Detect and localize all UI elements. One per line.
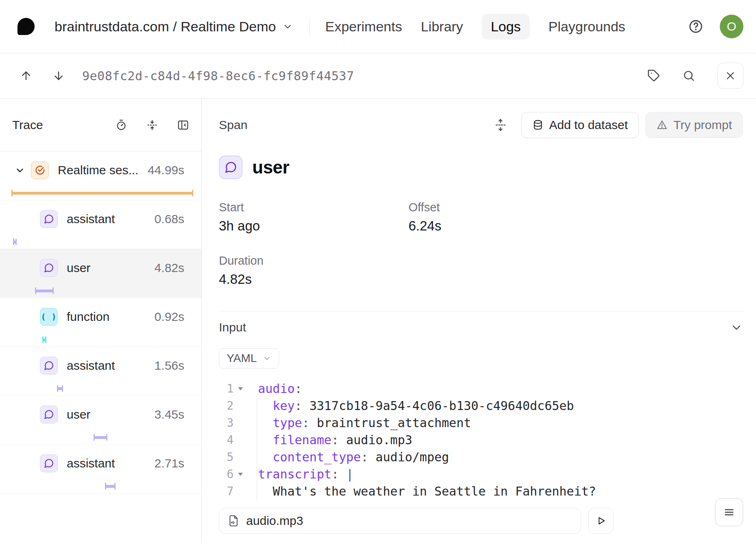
top-navigation-bar: braintrustdata.com / Realtime Demo Exper… [0, 0, 756, 53]
span-label: Realtime ses... [58, 163, 138, 177]
previous-trace-arrow-up-icon[interactable] [20, 69, 33, 82]
close-icon [724, 70, 736, 82]
span-duration: 2.71s [155, 456, 184, 470]
app-window: braintrustdata.com / Realtime Demo Exper… [0, 0, 756, 544]
nav-item-logs[interactable]: Logs [482, 14, 530, 39]
span-timeline-bar [105, 483, 116, 489]
line-number: 1 [219, 382, 234, 395]
span-duration: 44.99s [148, 163, 184, 177]
line-number: 4 [219, 433, 234, 447]
help-icon[interactable] [688, 19, 704, 34]
fold-chevron-icon[interactable] [234, 384, 247, 393]
code-line-text: filename: audio.mp3 [247, 433, 412, 447]
span-label: assistant [67, 212, 115, 226]
menu-button[interactable] [715, 498, 743, 526]
audio-attachment-chip[interactable]: audio.mp3 [219, 508, 581, 534]
yaml-code-viewer: 1 audio: 2 key: 3317cb18-9a54-4c06-b130-… [219, 380, 743, 500]
resize-vertical-icon[interactable] [494, 118, 507, 132]
try-prompt-button[interactable]: Try prompt [645, 112, 743, 138]
span-label: function [67, 310, 109, 324]
chat-bubble-icon [40, 357, 58, 375]
code-line-text: type: braintrust_attachment [247, 416, 471, 430]
trace-panel-actions [115, 119, 189, 131]
span-duration: 1.56s [155, 359, 184, 373]
chat-bubble-icon [40, 259, 58, 277]
search-icon[interactable] [682, 69, 695, 82]
project-breadcrumb-label: braintrustdata.com / Realtime Demo [55, 19, 276, 35]
input-section-title: Input [219, 320, 246, 334]
span-tree-row-user[interactable]: user 4.82s [0, 249, 201, 298]
play-audio-button[interactable] [588, 508, 614, 534]
indent-guide [257, 397, 257, 500]
format-select[interactable]: YAML [219, 348, 279, 369]
trace-sidebar: Trace [0, 99, 202, 543]
code-line-text: transcript: | [247, 467, 354, 481]
field-label: Offset [409, 200, 743, 214]
chevron-down-icon [282, 21, 293, 32]
code-line-text: key: 3317cb18-9a54-4c06-b130-c49640dc65e… [247, 399, 574, 413]
chat-bubble-icon [40, 454, 58, 472]
code-line: 3 type: braintrust_attachment [219, 414, 743, 431]
collapse-rows-icon[interactable] [146, 119, 158, 131]
span-panel-actions: Add to dataset Try prompt [494, 112, 743, 138]
span-timeline-bar [11, 190, 193, 196]
span-panel-header: Span Add to dataset Try prompt [219, 99, 743, 151]
span-tree-row-assistant[interactable]: assistant 1.56s [0, 347, 201, 396]
nav-item-experiments[interactable]: Experiments [325, 14, 402, 39]
span-detail-panel: Span Add to dataset Try prompt [202, 99, 756, 543]
span-tree-row-realtimeses[interactable]: Realtime ses... 44.99s [0, 151, 201, 200]
span-timeline-bar [42, 336, 46, 343]
collapse-panel-icon[interactable] [177, 119, 189, 131]
nav-item-playgrounds[interactable]: Playgrounds [548, 14, 625, 39]
database-icon [532, 119, 544, 131]
chat-bubble-icon [40, 210, 58, 228]
braintrust-logo-icon[interactable] [16, 17, 36, 36]
parens-icon: ( ) [40, 308, 58, 326]
hamburger-menu-icon [723, 506, 735, 518]
format-selected-value: YAML [227, 352, 257, 365]
span-tree-row-assistant[interactable]: assistant 0.68s [0, 200, 201, 249]
span-title-row: user [219, 156, 743, 179]
fold-chevron-icon[interactable] [234, 470, 247, 478]
tag-icon[interactable] [647, 69, 660, 82]
header-right-group: O [688, 15, 743, 38]
field-label: Start [219, 200, 409, 214]
nav-item-library[interactable]: Library [421, 14, 463, 39]
span-label: assistant [67, 359, 115, 373]
code-line-text: content_type: audio/mpeg [247, 450, 449, 464]
trace-toolbar: 9e08fc2d-c84d-4f98-8ec6-fc9f89f44537 [0, 53, 756, 99]
section-divider [219, 311, 743, 311]
span-tree-row-function[interactable]: ( ) function 0.92s [0, 298, 201, 347]
chevron-down-icon [262, 354, 271, 363]
tree-chevron-down-icon[interactable] [15, 165, 25, 175]
field-value: 6.24s [409, 219, 743, 233]
header-divider [309, 18, 310, 35]
project-breadcrumb[interactable]: braintrustdata.com / Realtime Demo [55, 19, 293, 35]
span-tree-row-assistant[interactable]: assistant 2.71s [0, 445, 201, 494]
line-number: 2 [219, 399, 234, 412]
timer-icon[interactable] [115, 119, 127, 131]
avatar[interactable]: O [720, 15, 743, 38]
span-fields: Start 3h ago Offset 6.24s Duration 4.82s [219, 200, 743, 286]
next-trace-arrow-down-icon[interactable] [52, 69, 65, 82]
line-number: 5 [219, 450, 234, 464]
add-to-dataset-button[interactable]: Add to dataset [521, 112, 639, 138]
span-duration: 0.68s [155, 212, 184, 226]
span-timeline-bar [94, 434, 107, 441]
span-timeline-bar [13, 239, 17, 245]
span-timeline-bar [35, 287, 54, 294]
code-line: 2 key: 3317cb18-9a54-4c06-b130-c49640dc6… [219, 397, 743, 414]
add-to-dataset-label: Add to dataset [549, 118, 628, 132]
close-trace-button[interactable] [717, 63, 743, 89]
trace-id: 9e08fc2d-c84d-4f98-8ec6-fc9f89f44537 [82, 69, 354, 83]
chat-bubble-icon [219, 156, 243, 179]
span-timeline-bar [57, 385, 63, 392]
span-tree: Realtime ses... 44.99s assistant 0.68s [0, 151, 201, 494]
collapse-section-chevron-down-icon[interactable] [730, 321, 743, 334]
play-icon [595, 515, 607, 526]
code-line: 4 filename: audio.mp3 [219, 431, 743, 448]
span-panel-title: Span [219, 118, 247, 132]
chat-bubble-icon [40, 406, 58, 423]
code-line: 6 transcript: | [219, 465, 743, 483]
span-tree-row-user[interactable]: user 3.45s [0, 396, 201, 445]
